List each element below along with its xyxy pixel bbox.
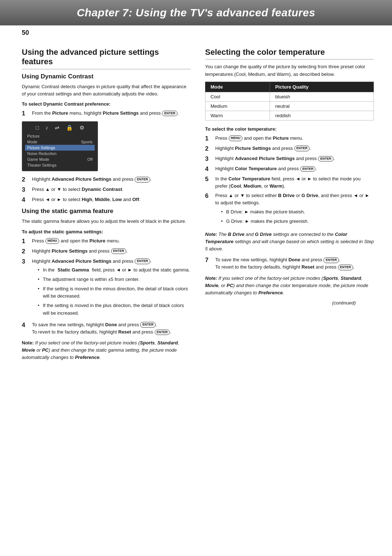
color-step-1: 1 Press MENU and open the Picture menu. — [205, 135, 374, 143]
table-cell-warm-quality: reddish — [270, 111, 374, 120]
color-temp-step7: 7 To save the new settings, highlight Do… — [205, 256, 374, 271]
table-header-quality: Picture Quality — [270, 82, 374, 92]
gamma-step-heading: To adjust the static gamma settings: — [22, 229, 191, 234]
right-section-title: Selecting the color temperature — [205, 48, 374, 57]
table-row-cool: Cool blueish — [205, 92, 374, 101]
enter-button-glyph: ENTER — [294, 146, 310, 151]
page-number: 50 — [0, 25, 392, 37]
enter-button-glyph: ENTER — [155, 330, 170, 335]
color-temp-steps: 1 Press MENU and open the Picture menu. … — [205, 135, 374, 227]
enter-button-glyph: ENTER — [140, 322, 156, 328]
tv-menu-row-game: Game Mode Off — [25, 156, 95, 162]
menu-btn-glyph-r: MENU — [229, 135, 243, 141]
dynamic-contrast-step-heading: To select Dynamic Contrast preference: — [22, 101, 191, 107]
color-step-7: 7 To save the new settings, highlight Do… — [205, 256, 374, 271]
gamma-bullet-1: In the Static Gamma field, press ◄ or ► … — [38, 266, 191, 274]
color-temp-step-heading: To select the color temperature: — [205, 126, 374, 132]
step-2: 2 Highlight Advanced Picture Settings an… — [22, 176, 191, 184]
gamma-step-2: 2 Highlight Picture Settings and press E… — [22, 248, 191, 255]
section-divider-right — [205, 59, 374, 60]
mode-table: Mode Picture Quality Cool blueish Medium… — [205, 82, 374, 120]
tv-menu-row-picture-settings: Picture Settings — [25, 145, 95, 151]
enter-button-glyph: ENTER — [338, 265, 354, 270]
dynamic-contrast-body: Dynamic Contrast detects changes in pict… — [22, 83, 191, 98]
step-3: 3 Press ▲ or ▼ to select Dynamic Contras… — [22, 186, 191, 194]
table-header-mode: Mode — [205, 82, 270, 92]
gamma-bullet-4: If the setting is moved in the plus dire… — [38, 302, 191, 316]
menu-btn-glyph: MENU — [45, 238, 60, 244]
color-step-3: 3 Highlight Advanced Picture Settings an… — [205, 155, 374, 163]
tv-menu-row-noise: Noise Reduction — [25, 151, 95, 156]
gamma-step-3: 3 Highlight Advanced Picture Settings an… — [22, 258, 191, 319]
tv-menu-screenshot: □ ♪ ⇌ 🔒 ⚙ Picture Mode Sports Picture Se… — [22, 121, 98, 171]
tv-icon-gear: ⚙ — [79, 124, 84, 131]
enter-button-glyph: ENTER — [318, 156, 334, 162]
color-step-6: 6 Press ▲ or ▼ to select either B Drive … — [205, 192, 374, 227]
table-row-warm: Warm reddish — [205, 111, 374, 120]
gamma-bullet-3: If the setting is moved in the minus dir… — [38, 285, 191, 300]
enter-button-glyph: ENTER — [135, 177, 150, 183]
dynamic-contrast-steps: 1 From the Picture menu, highlight Pictu… — [22, 110, 191, 118]
gamma-steps: 1 Press MENU and open the Picture menu. … — [22, 237, 191, 336]
color-bullet-bdrive: B Drive: ► makes the picture blueish. — [221, 208, 374, 216]
tv-icon-settings: ⇌ — [55, 124, 60, 131]
color-temp-bullets: B Drive: ► makes the picture blueish. G … — [221, 208, 374, 225]
gamma-bullets: In the Static Gamma field, press ◄ or ► … — [38, 266, 191, 317]
table-cell-warm-mode: Warm — [205, 111, 270, 120]
subsection-dynamic-contrast-title: Using Dynamic Contrast — [22, 73, 191, 80]
color-bullet-gdrive: G Drive: ► makes the picture greenish. — [221, 218, 374, 225]
color-step-2: 2 Highlight Picture Settings and press E… — [205, 145, 374, 153]
tv-menu-items: Picture Mode Sports Picture Settings Noi… — [25, 133, 95, 168]
tv-menu-category: Picture — [25, 133, 95, 139]
enter-button-glyph: ENTER — [135, 258, 150, 264]
chapter-title: Chapter 7: Using the TV's advanced featu… — [22, 7, 370, 19]
table-cell-medium-mode: Medium — [205, 101, 270, 111]
gamma-step-4: 4 To save the new settings, highlight Do… — [22, 321, 191, 336]
left-column: Using the advanced picture settings feat… — [22, 48, 191, 365]
step-4: 4 Press ◄ or ► to select High, Middle, L… — [22, 196, 191, 204]
gamma-step-1: 1 Press MENU and open the Picture menu. — [22, 237, 191, 245]
enter-button-glyph: ENTER — [111, 248, 127, 254]
color-note-2: Note: If you select one of the factory-s… — [205, 275, 374, 297]
left-section-title: Using the advanced picture settings feat… — [22, 48, 191, 67]
color-step-5: 5 In the Color Temperature field, press … — [205, 175, 374, 190]
table-cell-medium-quality: neutral — [270, 101, 374, 111]
section-divider-left — [22, 69, 191, 69]
color-note-1: Note: The B Drive and G Drive settings a… — [205, 231, 374, 253]
continued-label: (continued) — [205, 300, 374, 306]
tv-top-icons: □ ♪ ⇌ 🔒 ⚙ — [25, 124, 95, 131]
gamma-note: Note: If you select one of the factory-s… — [22, 339, 191, 361]
table-cell-cool-quality: blueish — [270, 92, 374, 101]
right-column: Selecting the color temperature You can … — [205, 48, 374, 365]
table-row-medium: Medium neutral — [205, 101, 374, 111]
gamma-body: The static gamma feature allows you to a… — [22, 218, 191, 225]
step-1: 1 From the Picture menu, highlight Pictu… — [22, 110, 191, 118]
dynamic-contrast-steps-2: 2 Highlight Advanced Picture Settings an… — [22, 176, 191, 204]
tv-menu-row-theater: Theater Settings — [25, 162, 95, 168]
page-header: Chapter 7: Using the TV's advanced featu… — [0, 0, 392, 25]
tv-icon-picture: □ — [36, 124, 39, 131]
enter-button-glyph: ENTER — [162, 111, 177, 116]
subsection-gamma-title: Using the static gamma feature — [22, 208, 191, 215]
main-content: Using the advanced picture settings feat… — [0, 37, 392, 376]
gamma-bullet-2: The adjustment range is within ±5 from c… — [38, 276, 191, 283]
color-step-4: 4 Highlight Color Temperature and press … — [205, 165, 374, 173]
enter-button-glyph: ENTER — [300, 166, 316, 172]
enter-button-glyph: ENTER — [323, 257, 339, 263]
color-temp-body: You can change the quality of the pictur… — [205, 63, 374, 78]
tv-icon-lock: 🔒 — [66, 124, 73, 131]
tv-menu-row-mode: Mode Sports — [25, 139, 95, 145]
tv-icon-audio: ♪ — [45, 124, 48, 131]
table-cell-cool-mode: Cool — [205, 92, 270, 101]
